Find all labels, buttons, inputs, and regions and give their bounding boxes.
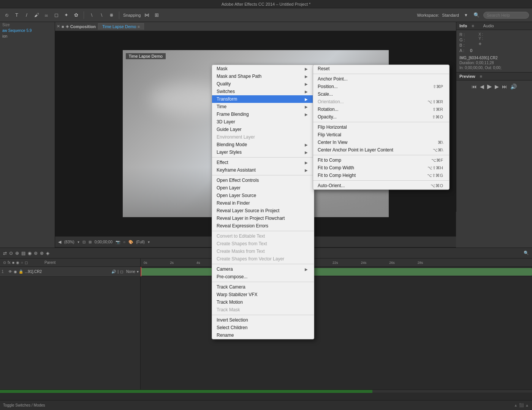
- menu-item-rename[interactable]: Rename: [212, 331, 314, 339]
- sub-item-fit-to-comp[interactable]: Fit to Comp ⌥⌘F: [313, 156, 449, 164]
- audio-tab[interactable]: Audio: [483, 24, 494, 28]
- lh-icon5[interactable]: ○: [21, 260, 23, 265]
- layer-lock[interactable]: 🔒: [19, 270, 23, 274]
- tool-clone[interactable]: ⎂: [43, 11, 50, 19]
- tl-icon4[interactable]: ▤: [21, 251, 25, 256]
- menu-item-pre-compose[interactable]: Pre-compose...: [212, 273, 314, 281]
- menu-item-reveal-in-finder[interactable]: Reveal in Finder: [212, 199, 314, 207]
- tl-icon6[interactable]: ⊛: [34, 251, 38, 256]
- menu-item-open-layer[interactable]: Open Layer: [212, 184, 314, 192]
- menu-item-effect[interactable]: Effect ▶: [212, 159, 314, 166]
- menu-item-mask-shape-path[interactable]: Mask and Shape Path ▶: [212, 73, 314, 80]
- sub-item-rotation[interactable]: Rotation... ⇧⌘R: [313, 106, 449, 113]
- tl-icon1[interactable]: ⇄: [3, 251, 7, 256]
- menu-item-reveal-expression-errors[interactable]: Reveal Expression Errors: [212, 222, 314, 230]
- menu-item-camera[interactable]: Camera ▶: [212, 265, 314, 273]
- layer-parent-dropdown[interactable]: ▾: [137, 270, 139, 274]
- snapping-toggle[interactable]: ⋈: [143, 11, 151, 19]
- menu-item-reveal-layer-source-in-project[interactable]: Reveal Layer Source in Project: [212, 207, 314, 214]
- preview-last-frame[interactable]: ⏭: [502, 84, 507, 90]
- layer-solo2[interactable]: |: [117, 270, 119, 274]
- region-icon[interactable]: ⊞: [89, 240, 92, 244]
- search-icon[interactable]: 🔍: [473, 11, 480, 19]
- statusbar-label[interactable]: Toggle Switches / Modes: [3, 403, 45, 407]
- menu-item-track-camera[interactable]: Track Camera: [212, 283, 314, 291]
- color-icon[interactable]: 🎨: [128, 240, 133, 244]
- comp-tab[interactable]: Time Lapse Demo ≡: [98, 23, 144, 30]
- snapping-icon2[interactable]: ⊞: [153, 11, 161, 19]
- tool-align2[interactable]: ⧵: [98, 11, 105, 19]
- preview-tab[interactable]: Preview: [459, 74, 475, 79]
- menu-item-switches[interactable]: Switches ▶: [212, 88, 314, 95]
- tool-eraser[interactable]: ◻: [52, 11, 60, 19]
- menu-item-open-effect-controls[interactable]: Open Effect Controls: [212, 177, 314, 184]
- menu-item-frame-blending[interactable]: Frame Blending ▶: [212, 110, 314, 118]
- menu-item-select-children[interactable]: Select Children: [212, 324, 314, 331]
- search-icon-tl[interactable]: 🔍: [524, 251, 529, 255]
- preview-audio[interactable]: 🔊: [510, 84, 517, 90]
- motion-blur-icon[interactable]: ○: [123, 240, 125, 244]
- sub-item-anchor-point[interactable]: Anchor Point...: [313, 75, 449, 83]
- sub-item-center-anchor-point[interactable]: Center Anchor Point in Layer Content ⌥⌘\: [313, 146, 449, 154]
- tool-roto[interactable]: ✦: [62, 11, 70, 19]
- menu-item-keyframe-assistant[interactable]: Keyframe Assistant ▶: [212, 166, 314, 174]
- layer-eye[interactable]: 👁: [8, 270, 12, 274]
- preview-prev-frame[interactable]: ◀: [480, 84, 484, 90]
- menu-item-mask[interactable]: Mask ▶: [212, 65, 314, 73]
- tl-icon2[interactable]: ⊙: [9, 251, 13, 256]
- quality-value[interactable]: (Full): [136, 240, 145, 244]
- lh-icon6[interactable]: ◻: [25, 260, 28, 265]
- tool-align1[interactable]: ⧵: [88, 11, 95, 19]
- track-bar[interactable]: [141, 268, 532, 276]
- info-tab[interactable]: Info: [459, 24, 467, 28]
- menu-item-track-motion[interactable]: Track Motion: [212, 298, 314, 306]
- tl-icon5[interactable]: ◉: [28, 251, 32, 256]
- menu-item-blending-mode[interactable]: Blending Mode ▶: [212, 141, 314, 148]
- tool-paint[interactable]: 🖌: [33, 11, 40, 19]
- tab-close-icon[interactable]: ✕: [57, 24, 60, 29]
- info-menu-icon[interactable]: ≡: [472, 24, 474, 28]
- menu-item-layer-styles[interactable]: Layer Styles ▶: [212, 148, 314, 156]
- lh-icon3[interactable]: ■: [12, 260, 14, 265]
- lh-icon2[interactable]: fx: [8, 260, 11, 265]
- menu-item-warp-stabilizer-vfx[interactable]: Warp Stabilizer VFX: [212, 291, 314, 298]
- preview-menu-icon[interactable]: ≡: [480, 74, 482, 79]
- quality-dropdown[interactable]: ▾: [148, 240, 150, 244]
- sub-item-center-in-view[interactable]: Center In View ⌘\: [313, 139, 449, 146]
- playhead[interactable]: [141, 267, 141, 276]
- layer-solo[interactable]: ◉: [14, 270, 17, 274]
- sub-item-fit-to-comp-height[interactable]: Fit to Comp Height ⌥⇧⌘G: [313, 172, 449, 179]
- layer-audio[interactable]: 🔊: [111, 270, 116, 274]
- tool-text[interactable]: T: [13, 11, 21, 19]
- sub-item-flip-horizontal[interactable]: Flip Horizontal: [313, 123, 449, 131]
- menu-item-quality[interactable]: Quality ▶: [212, 80, 314, 88]
- sub-item-opacity[interactable]: Opacity... ⇧⌘O: [313, 113, 449, 121]
- menu-item-3d-layer[interactable]: 3D Layer: [212, 118, 314, 126]
- menu-item-reveal-layer-in-project-flowchart[interactable]: Reveal Layer in Project Flowchart: [212, 214, 314, 222]
- sub-item-scale[interactable]: Scale...: [313, 90, 449, 98]
- preview-next-frame[interactable]: ▶: [495, 84, 499, 90]
- menu-item-transform[interactable]: Transform ▶: [212, 95, 314, 103]
- tl-icon8[interactable]: ◈: [46, 251, 49, 256]
- fit-icon[interactable]: ⊡: [82, 240, 86, 244]
- search-input[interactable]: [483, 12, 529, 19]
- statusbar-arrow-down[interactable]: ▲: [525, 403, 529, 407]
- tool-puppet[interactable]: ✿: [72, 11, 80, 19]
- menu-item-open-layer-source[interactable]: Open Layer Source: [212, 192, 314, 199]
- tool-align3[interactable]: ⧻: [108, 11, 115, 19]
- workspace-dropdown[interactable]: ▾: [462, 11, 470, 19]
- zoom-level[interactable]: (83%): [64, 240, 74, 244]
- sub-item-reset[interactable]: Reset: [313, 65, 449, 73]
- tl-icon7[interactable]: ⊗: [40, 251, 44, 256]
- tl-icon3[interactable]: ⊕: [15, 251, 19, 256]
- preview-first-frame[interactable]: ⏮: [472, 84, 477, 90]
- preview-play[interactable]: ▶: [487, 83, 492, 90]
- tool-select[interactable]: ⎋: [3, 11, 11, 19]
- zoom-dropdown[interactable]: ▾: [78, 240, 79, 244]
- menu-item-invert-selection[interactable]: Invert Selection: [212, 316, 314, 324]
- layer-row[interactable]: 1 👁 ◉ 🔒 ...91].CR2 🔊 | ◻ None ▾: [0, 267, 140, 277]
- tool-pen[interactable]: /: [23, 11, 30, 19]
- sub-item-flip-vertical[interactable]: Flip Vertical: [313, 131, 449, 139]
- menu-item-time[interactable]: Time ▶: [212, 103, 314, 110]
- menu-item-guide-layer[interactable]: Guide Layer: [212, 126, 314, 133]
